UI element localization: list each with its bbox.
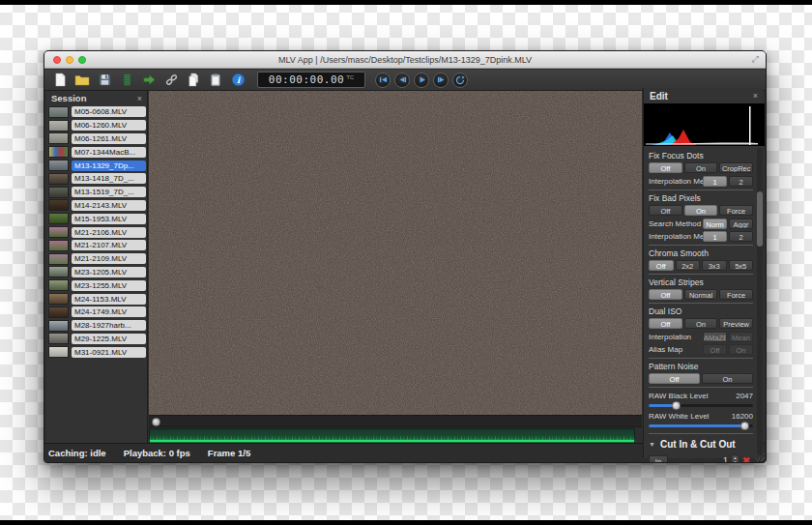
session-item[interactable]: M13-1418_7D_... bbox=[46, 172, 147, 186]
option-button[interactable]: CropRec bbox=[719, 162, 753, 173]
session-list: M05-0608.MLVM06-1260.MLVM06-1261.MLVM07-… bbox=[46, 105, 147, 359]
clip-thumbnail bbox=[48, 106, 69, 118]
option-button[interactable]: Off bbox=[649, 162, 682, 173]
edit-panel-title: Edit bbox=[650, 91, 668, 102]
cut-section-header[interactable]: ▼Cut In & Cut Out bbox=[649, 437, 753, 452]
option-label: Interpolation Method bbox=[649, 177, 703, 186]
save-session-icon[interactable] bbox=[97, 73, 112, 88]
skip-start-button[interactable] bbox=[375, 73, 391, 88]
session-item[interactable]: M07-1344MacB... bbox=[46, 145, 147, 159]
slider-value: 2047 bbox=[736, 392, 753, 400]
open-folder-icon[interactable] bbox=[74, 73, 90, 88]
session-item[interactable]: M13-1519_7D_... bbox=[46, 186, 147, 199]
timeline-thumb[interactable] bbox=[152, 418, 160, 426]
noise-texture bbox=[149, 91, 642, 415]
option-button[interactable]: On bbox=[684, 318, 718, 329]
clip-export-icon[interactable] bbox=[119, 73, 134, 88]
play-button[interactable] bbox=[414, 73, 429, 88]
edit-panel-close-icon[interactable]: × bbox=[753, 91, 758, 101]
session-item[interactable]: M13-1329_7Dp... bbox=[46, 159, 147, 172]
option-button[interactable]: On bbox=[684, 162, 718, 173]
link-icon[interactable] bbox=[163, 73, 179, 88]
session-item[interactable]: M21-2106.MLV bbox=[46, 225, 147, 239]
video-preview bbox=[149, 91, 642, 415]
export-arrow-icon[interactable] bbox=[141, 73, 157, 88]
option-button[interactable]: On bbox=[684, 205, 718, 216]
clip-thumbnail bbox=[48, 320, 69, 332]
timeline-slider[interactable] bbox=[149, 415, 642, 427]
option-button[interactable]: Norm bbox=[703, 219, 727, 229]
option-button[interactable]: 1 bbox=[703, 231, 727, 242]
option-button[interactable]: Off bbox=[649, 289, 682, 300]
option-button[interactable]: Off bbox=[649, 260, 674, 271]
clip-thumbnail bbox=[48, 187, 69, 198]
option-button[interactable]: 2 bbox=[729, 176, 753, 187]
separator bbox=[649, 358, 753, 359]
section-label: Pattern Noise bbox=[649, 362, 753, 371]
session-item[interactable]: M15-1953.MLV bbox=[46, 212, 147, 225]
option-button[interactable]: Force bbox=[719, 205, 753, 216]
clip-thumbnail bbox=[48, 213, 69, 224]
session-item[interactable]: M24-1153.MLV bbox=[46, 292, 147, 306]
session-item[interactable]: M05-0608.MLV bbox=[46, 105, 147, 119]
slider[interactable] bbox=[649, 400, 753, 410]
fullscreen-icon[interactable]: ⤢ bbox=[752, 54, 759, 65]
slider-thumb[interactable] bbox=[672, 401, 681, 410]
copy-receipt-icon[interactable] bbox=[186, 73, 201, 88]
slider[interactable] bbox=[649, 421, 753, 430]
inline-option-row: Interpolation Method12 bbox=[649, 230, 753, 242]
option-button[interactable]: Normal bbox=[684, 289, 718, 300]
cut-in-value[interactable]: 1 bbox=[668, 455, 731, 463]
session-item[interactable]: M24-1749.MLV bbox=[46, 306, 147, 319]
frame-back-button[interactable] bbox=[394, 73, 410, 88]
section-label: Chroma Smooth bbox=[649, 248, 753, 258]
spin-down-icon[interactable]: ▼ bbox=[732, 460, 739, 463]
session-item[interactable]: M14-2143.MLV bbox=[46, 199, 147, 213]
option-button[interactable]: Force bbox=[719, 289, 753, 300]
clip-filename: M06-1261.MLV bbox=[72, 133, 146, 144]
session-item[interactable]: M21-2109.MLV bbox=[46, 252, 147, 266]
option-button[interactable]: Off bbox=[649, 205, 682, 216]
new-file-icon[interactable] bbox=[52, 73, 68, 88]
option-button[interactable]: 1 bbox=[703, 176, 727, 187]
close-window-button[interactable] bbox=[53, 56, 61, 64]
slider-thumb[interactable] bbox=[740, 422, 749, 430]
option-button[interactable]: Preview bbox=[719, 318, 753, 329]
session-item[interactable]: M28-1927harb... bbox=[46, 319, 147, 333]
edit-panel-scrollbar-thumb[interactable] bbox=[757, 191, 763, 247]
option-button[interactable]: Off bbox=[649, 373, 700, 384]
zoom-window-button[interactable] bbox=[78, 56, 86, 64]
option-button[interactable]: 2 bbox=[729, 231, 753, 242]
info-icon[interactable]: i bbox=[230, 73, 246, 88]
edit-panel-header: Edit × bbox=[644, 88, 764, 103]
transport-controls bbox=[375, 73, 468, 88]
session-item[interactable]: M23-1255.MLV bbox=[46, 278, 147, 292]
minimize-window-button[interactable] bbox=[66, 56, 73, 64]
delete-cut-icon[interactable]: ✖ bbox=[740, 455, 753, 464]
slider-label: RAW Black Level bbox=[649, 392, 709, 400]
option-button[interactable]: 3x3 bbox=[702, 260, 727, 271]
session-item[interactable]: M31-0921.MLV bbox=[46, 345, 147, 359]
clip-filename: M13-1329_7Dp... bbox=[72, 160, 146, 171]
session-item[interactable]: M21-2107.MLV bbox=[46, 239, 147, 252]
session-close-icon[interactable]: × bbox=[137, 94, 142, 103]
frame-forward-button[interactable] bbox=[433, 73, 449, 88]
paste-receipt-icon[interactable] bbox=[208, 73, 223, 88]
option-button[interactable]: On bbox=[702, 373, 753, 384]
loop-button[interactable] bbox=[452, 73, 468, 88]
session-item[interactable]: M29-1225.MLV bbox=[46, 333, 147, 346]
option-button[interactable]: Aggr bbox=[729, 219, 753, 229]
session-item[interactable]: M06-1260.MLV bbox=[46, 119, 147, 132]
titlebar: MLV App | /Users/masc/Desktop/Testclips/… bbox=[44, 51, 766, 69]
cut-in-button[interactable]: In bbox=[649, 455, 668, 464]
option-label: Interpolation bbox=[649, 333, 703, 341]
clip-filename: M15-1953.MLV bbox=[72, 214, 146, 224]
option-button[interactable]: 2x2 bbox=[676, 260, 701, 271]
edit-panel-scrollbar[interactable] bbox=[757, 148, 763, 455]
session-item[interactable]: M06-1261.MLV bbox=[46, 132, 147, 146]
option-button[interactable]: 5x5 bbox=[729, 260, 754, 271]
session-item[interactable]: M23-1205.MLV bbox=[46, 266, 147, 279]
cut-in-row: In1▲▼✖ bbox=[649, 453, 753, 463]
cut-in-spinner[interactable]: ▲▼ bbox=[731, 454, 740, 463]
option-button[interactable]: Off bbox=[649, 318, 682, 329]
